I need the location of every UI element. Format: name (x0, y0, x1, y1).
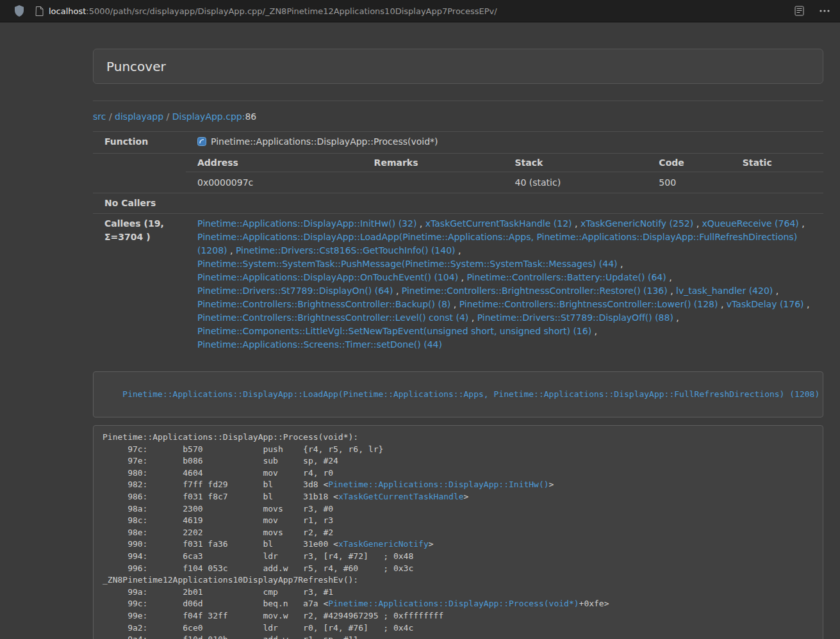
column-remarks: Remarks (363, 154, 504, 172)
code-text: Pinetime::Applications::DisplayApp::Proc… (103, 432, 358, 442)
code-text: > (429, 539, 434, 549)
no-callers-row: No Callers (93, 193, 823, 214)
code-line: 9a2: 6ce0 ldr r0, [r4, #76] ; 0x4c (103, 622, 814, 635)
breadcrumb-link-file[interactable]: DisplayApp.cpp: (172, 111, 245, 122)
line-number: 86 (245, 111, 256, 122)
callee-link[interactable]: Pinetime::Applications::DisplayApp::OnTo… (197, 272, 458, 282)
code-text: > (549, 480, 554, 489)
code-line: 99a: 2b01 cmp r3, #1 (103, 586, 814, 599)
callee-separator: , (458, 272, 466, 282)
code-line: 98c: 4619 mov r1, r3 (103, 515, 814, 527)
callee-link[interactable]: Pinetime::Controllers::BrightnessControl… (197, 312, 468, 323)
disassembly: Pinetime::Applications::DisplayApp::Proc… (93, 425, 823, 639)
callee-separator: , (773, 286, 778, 296)
code-line: 9a4: f10d 010b add.w r1, sp, #11 (103, 634, 814, 639)
code-symbol-link[interactable]: xTaskGenericNotify (338, 539, 429, 549)
callee-separator: , (799, 218, 805, 229)
callee-separator: , (591, 326, 597, 336)
callees-row: Callees (19, Σ=3704 ) Pinetime::Applicat… (93, 214, 823, 355)
code-text: 99a: 2b01 cmp r3, #1 (103, 587, 333, 597)
callee-separator: , (693, 218, 702, 229)
callee-link[interactable]: vTaskDelay (176) (727, 299, 804, 309)
callee-link[interactable]: Pinetime::System::SystemTask::PushMessag… (197, 259, 618, 269)
code-text: 994: 6ca3 ldr r3, [r4, #72] ; 0x48 (103, 551, 413, 561)
code-text: 98c: 4619 mov r1, r3 (103, 515, 333, 525)
callee-separator: , (416, 218, 425, 229)
callee-separator: , (618, 259, 623, 269)
callee-link[interactable]: Pinetime::Controllers::BrightnessControl… (459, 299, 718, 309)
code-symbol-link[interactable]: Pinetime::Applications::DisplayApp::Proc… (328, 599, 579, 608)
app-title: Puncover (106, 59, 166, 74)
callee-link[interactable]: Pinetime::Applications::DisplayApp::Init… (197, 218, 416, 229)
code-text: 98a: 2300 movs r3, #0 (103, 504, 333, 514)
remarks-value (363, 172, 504, 193)
menu-icon[interactable] (819, 10, 830, 12)
breadcrumb-separator: / (106, 111, 115, 122)
callee-link[interactable]: Pinetime::Drivers::Cst816S::GetTouchInfo… (236, 245, 456, 255)
breadcrumb: src / displayapp / DisplayApp.cpp:86 (93, 111, 823, 122)
security-shield-icon[interactable] (14, 5, 24, 17)
code-text: > (464, 492, 469, 501)
callee-link[interactable]: Pinetime::Controllers::BrightnessControl… (197, 299, 450, 309)
callee-separator: , (718, 299, 726, 309)
metrics-value-row: 0x0000097c 40 (static) 500 (186, 172, 823, 193)
code-symbol-link[interactable]: Pinetime::Applications::DisplayApp::Init… (328, 480, 548, 489)
code-text: 99e: f04f 32ff mov.w r2, #4294967295 ; 0… (103, 611, 443, 620)
reader-mode-icon[interactable] (795, 6, 804, 16)
callee-link[interactable]: Pinetime::Controllers::Battery::Update()… (466, 272, 666, 282)
code-text: +0xfe> (579, 599, 609, 608)
code-symbol-link[interactable]: xTaskGetCurrentTaskHandle (338, 492, 464, 501)
code-text: 9a4: f10d 010b add.w r1, sp, #11 (103, 635, 358, 639)
highlighted-symbol-link[interactable]: Pinetime::Applications::DisplayApp::Load… (122, 389, 819, 399)
code-text: 9a2: 6ce0 ldr r0, [r4, #76] ; 0x4c (103, 623, 413, 633)
address-value: 0x0000097c (186, 172, 363, 193)
code-text: 98e: 2202 movs r2, #2 (103, 528, 333, 537)
callees-list: Pinetime::Applications::DisplayApp::Init… (186, 214, 823, 355)
divider (93, 101, 823, 101)
code-line: 994: 6ca3 ldr r3, [r4, #72] ; 0x48 (103, 551, 814, 563)
url-host: localhost (49, 6, 86, 16)
callee-link[interactable]: lv_task_handler (420) (676, 286, 773, 296)
callee-link[interactable]: Pinetime::Applications::Screens::Timer::… (197, 339, 442, 350)
callee-link[interactable]: Pinetime::Drivers::St7789::DisplayOff() … (477, 312, 673, 323)
breadcrumb-link-displayapp[interactable]: displayapp (115, 111, 163, 122)
callee-link[interactable]: Pinetime::Drivers::St7789::DisplayOn() (… (197, 286, 393, 296)
code-line: 99c: d06d beq.n a7a <Pinetime::Applicati… (103, 598, 814, 610)
code-line: 982: f7ff fd29 bl 3d8 <Pinetime::Applica… (103, 479, 814, 491)
code-line: 97c: b570 push {r4, r5, r6, lr} (103, 444, 814, 456)
callee-link[interactable]: xTaskGenericNotify (252) (581, 218, 693, 229)
browser-chrome: localhost:5000/path/src/displayapp/Displ… (0, 0, 840, 22)
code-line: 990: f031 fa36 bl 31e00 <xTaskGenericNot… (103, 538, 814, 551)
callee-link[interactable]: xTaskGetCurrentTaskHandle (12) (425, 218, 572, 229)
function-row-label: Function (93, 132, 186, 154)
callee-link[interactable]: xQueueReceive (764) (702, 218, 799, 229)
column-address: Address (186, 154, 363, 172)
callee-separator: , (450, 299, 459, 309)
code-line: 98a: 2300 movs r3, #0 (103, 503, 814, 515)
code-text: _ZN8Pinetime12Applications10DisplayApp7R… (103, 575, 358, 585)
callee-separator: , (393, 286, 401, 296)
code-text: 990: f031 fa36 bl 31e00 < (103, 539, 338, 549)
content-area: Puncover src / displayapp / DisplayApp.c… (93, 22, 823, 639)
url-bar[interactable]: localhost:5000/path/src/displayapp/Displ… (49, 6, 497, 16)
code-line: 97e: b086 sub sp, #24 (103, 455, 814, 467)
callee-separator: , (804, 299, 810, 309)
function-row: Function Pinetime::Applications::Display… (93, 132, 823, 154)
callee-separator: , (673, 312, 679, 323)
code-line: _ZN8Pinetime12Applications10DisplayApp7R… (103, 574, 814, 586)
code-text: 97e: b086 sub sp, #24 (103, 456, 338, 465)
metrics-header-row: Address Remarks Stack Code Static (186, 154, 823, 172)
function-table: Function Pinetime::Applications::Display… (93, 131, 823, 355)
callee-link[interactable]: Pinetime::Controllers::BrightnessControl… (402, 286, 668, 296)
static-value (731, 172, 823, 193)
code-text: 986: f031 f8c7 bl 31b18 < (103, 492, 338, 501)
no-callers-label: No Callers (93, 193, 186, 214)
code-line: 99e: f04f 32ff mov.w r2, #4294967295 ; 0… (103, 610, 814, 622)
code-line: 986: f031 f8c7 bl 31b18 <xTaskGetCurrent… (103, 491, 814, 503)
column-stack: Stack (504, 154, 648, 172)
callee-link[interactable]: Pinetime::Components::LittleVgl::SetNewT… (197, 326, 591, 336)
code-text: 99c: d06d beq.n a7a < (103, 599, 328, 608)
code-text: 996: f104 053c add.w r5, r4, #60 ; 0x3c (103, 563, 413, 573)
function-type-icon (197, 136, 206, 150)
breadcrumb-link-src[interactable]: src (93, 111, 106, 122)
